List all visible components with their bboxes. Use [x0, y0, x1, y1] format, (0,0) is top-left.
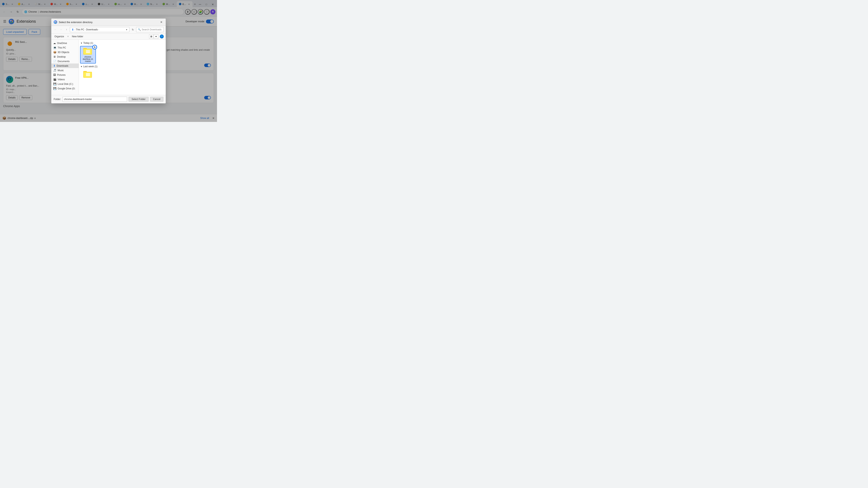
breadcrumb-current: Downloads: [86, 28, 98, 31]
dialog-close-button[interactable]: ✕: [159, 20, 163, 24]
dialog-toolbar: Organize ▼ New folder ⊞ ▾ ?: [51, 33, 166, 40]
downloads-label: Downloads: [57, 64, 68, 67]
3dobjects-label: 3D Objects: [58, 51, 69, 54]
music-label: Music: [58, 69, 64, 72]
desktop-label: Desktop: [57, 55, 66, 58]
file-label-chrome: chrome-dashboa rd-master: [81, 56, 95, 62]
section-today-label: Today (1): [83, 41, 93, 44]
dialog-overlay: Select the extension directory. ✕ ← → ↑ …: [0, 0, 217, 122]
sidebar-thispc[interactable]: 💻 This PC: [51, 45, 79, 50]
view-list-button[interactable]: ▾: [154, 34, 158, 39]
sidebar-onedrive[interactable]: ☁ OneDrive: [51, 41, 79, 45]
toolbar-separator: ▼: [67, 35, 69, 38]
file-chrome-dashboard[interactable]: 5 chrome-dashboa rd-master: [80, 46, 96, 63]
help-button[interactable]: ?: [160, 34, 164, 38]
documents-icon: 📄: [53, 60, 56, 63]
sidebar-downloads[interactable]: ⬇ Downloads: [51, 63, 79, 68]
dialog-files-area: ▼ Today (1): [79, 40, 166, 95]
dialog-footer: Folder: Select Folder Cancel: [51, 95, 166, 103]
googledrive-label: Google Drive (G:: [58, 87, 75, 90]
onedrive-label: OneDrive: [57, 42, 67, 44]
breadcrumb-chevron-2: ›: [85, 29, 86, 31]
today-files: 5 chrome-dashboa rd-master: [80, 45, 164, 64]
googledrive-icon: 💾: [53, 87, 56, 90]
thispc-label: This PC: [58, 47, 66, 49]
dialog-search-icon: 🔍: [138, 28, 141, 31]
cancel-button[interactable]: Cancel: [150, 97, 163, 101]
folder-icon-lastweek: [83, 70, 93, 78]
3dobjects-icon: 📦: [53, 51, 56, 54]
select-folder-button[interactable]: Select Folder: [129, 97, 149, 101]
onedrive-icon: ☁: [53, 41, 56, 44]
section-today[interactable]: ▼ Today (1): [80, 41, 164, 45]
folder-label: Folder:: [54, 98, 61, 100]
dialog-search-placeholder: Search Downloads: [142, 28, 161, 31]
sidebar-documents[interactable]: 📄 Documents: [51, 59, 79, 63]
section-today-chevron: ▼: [81, 42, 83, 44]
dialog-back-button[interactable]: ←: [53, 27, 58, 32]
documents-label: Documents: [58, 60, 70, 63]
file-dialog: Select the extension directory. ✕ ← → ↑ …: [51, 19, 166, 103]
breadcrumb-arrow-icon: ⬇: [72, 28, 74, 31]
folder-input[interactable]: [63, 97, 127, 102]
sidebar-videos[interactable]: 🎬 Videos: [51, 77, 79, 82]
videos-icon: 🎬: [53, 78, 56, 81]
svg-point-7: [55, 22, 56, 23]
section-lastweek-chevron: ▼: [81, 65, 83, 68]
localdisk-label: Local Disk (C:): [58, 83, 73, 85]
breadcrumb-path[interactable]: ⬇ › This PC › Downloads › ▼: [70, 27, 129, 32]
sidebar-3dobjects[interactable]: 📦 3D Objects: [51, 50, 79, 55]
sidebar-googledrive[interactable]: 💾 Google Drive (G:: [51, 86, 79, 91]
section-lastweek[interactable]: ▼ Last week (1): [80, 64, 164, 69]
dialog-body: ☁ OneDrive 💻 This PC 📦 3D Objects 🖥 Desk…: [51, 40, 166, 95]
view-grid-button[interactable]: ⊞: [149, 34, 153, 39]
dialog-sidebar: ☁ OneDrive 💻 This PC 📦 3D Objects 🖥 Desk…: [51, 40, 79, 95]
pictures-label: Pictures: [57, 73, 65, 77]
dialog-titlebar: Select the extension directory. ✕: [51, 19, 166, 26]
breadcrumb-chevron-3: ›: [98, 29, 99, 31]
breadcrumb-root: This PC: [76, 28, 84, 31]
dialog-search[interactable]: 🔍 Search Downloads: [136, 27, 164, 32]
sidebar-desktop[interactable]: 🖥 Desktop: [51, 55, 79, 59]
lastweek-files: [80, 69, 164, 81]
organize-button[interactable]: Organize: [53, 35, 65, 38]
folder-icon-chrome: [83, 47, 93, 55]
view-buttons: ⊞ ▾: [149, 34, 158, 39]
sidebar-localdisk[interactable]: 💾 Local Disk (C:): [51, 82, 79, 86]
pictures-icon: 🖼: [53, 73, 56, 77]
file-lastweek-folder[interactable]: [80, 69, 96, 80]
dialog-title: Select the extension directory.: [59, 21, 158, 24]
dialog-up-button[interactable]: ↑: [64, 27, 69, 32]
music-icon: 🎵: [53, 69, 56, 72]
dialog-forward-button[interactable]: →: [59, 27, 63, 32]
desktop-icon: 🖥: [53, 55, 56, 58]
videos-label: Videos: [58, 78, 65, 81]
dialog-refresh-button[interactable]: ↻: [131, 27, 135, 32]
svg-rect-17: [86, 73, 90, 76]
section-lastweek-label: Last week (1): [83, 65, 97, 68]
thispc-icon: 💻: [53, 46, 56, 49]
path-dropdown-button[interactable]: ▼: [126, 29, 128, 31]
sidebar-pictures[interactable]: 🖼 Pictures: [51, 72, 79, 77]
localdisk-icon: 💾: [53, 83, 56, 85]
dialog-chrome-icon: [54, 20, 57, 24]
new-folder-button[interactable]: New folder: [71, 35, 85, 38]
sidebar-music[interactable]: 🎵 Music: [51, 68, 79, 72]
breadcrumb-chevron-1: ›: [74, 29, 75, 31]
dialog-nav: ← → ↑ ⬇ › This PC › Downloads › ▼ ↻ 🔍 Se…: [51, 26, 166, 33]
downloads-icon: ⬇: [53, 64, 56, 67]
badge-5: 5: [92, 45, 97, 50]
